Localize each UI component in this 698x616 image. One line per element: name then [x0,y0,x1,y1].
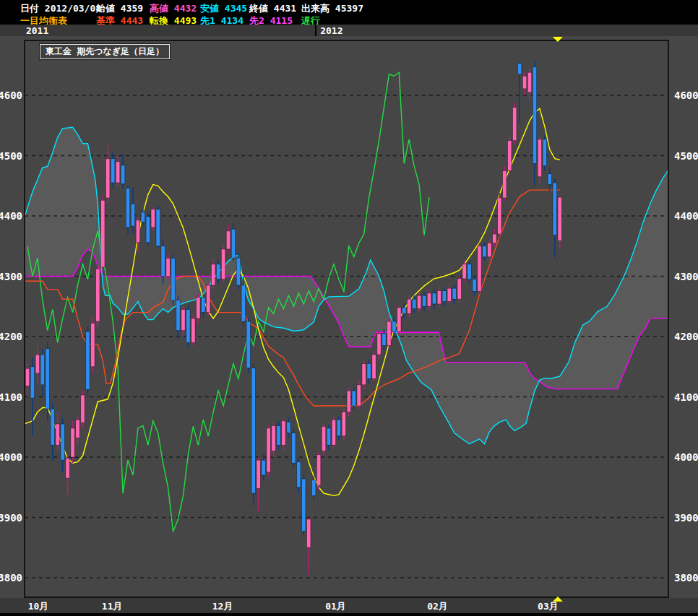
trading-terminal-window: 日付 2012/03/08 始値 4359 高値 4432 安値 4345 終値… [0,0,698,616]
svg-text:4600: 4600 [674,90,698,101]
svg-text:4500: 4500 [0,150,22,162]
svg-text:02月: 02月 [427,601,448,612]
svg-text:3900: 3900 [0,512,22,524]
svg-text:01月: 01月 [325,601,346,612]
svg-text:4300: 4300 [0,271,22,282]
svg-text:10月: 10月 [28,601,49,612]
svg-text:03月: 03月 [538,601,559,612]
svg-text:4400: 4400 [0,210,22,222]
svg-text:4300: 4300 [674,271,698,282]
svg-text:4100: 4100 [0,391,22,403]
svg-text:2012: 2012 [320,25,342,36]
svg-text:4600: 4600 [0,90,22,101]
price-chart-canvas[interactable]: 4600450044004300420041004000390038004600… [0,0,698,616]
svg-text:2011: 2011 [26,25,48,36]
svg-text:11月: 11月 [102,601,123,612]
svg-text:4200: 4200 [0,331,22,342]
svg-text:4000: 4000 [0,451,22,463]
svg-text:3800: 3800 [674,572,698,584]
svg-text:4100: 4100 [674,391,698,403]
svg-text:4000: 4000 [674,451,698,463]
svg-text:3800: 3800 [0,572,22,584]
svg-text:3900: 3900 [674,512,698,524]
svg-text:4500: 4500 [674,150,698,162]
year-band [0,25,698,36]
svg-text:4400: 4400 [674,210,698,222]
svg-text:12月: 12月 [212,601,233,612]
chart-title-box: 東工金 期先つなぎ足（日足） [40,44,170,59]
svg-text:4200: 4200 [674,331,698,342]
